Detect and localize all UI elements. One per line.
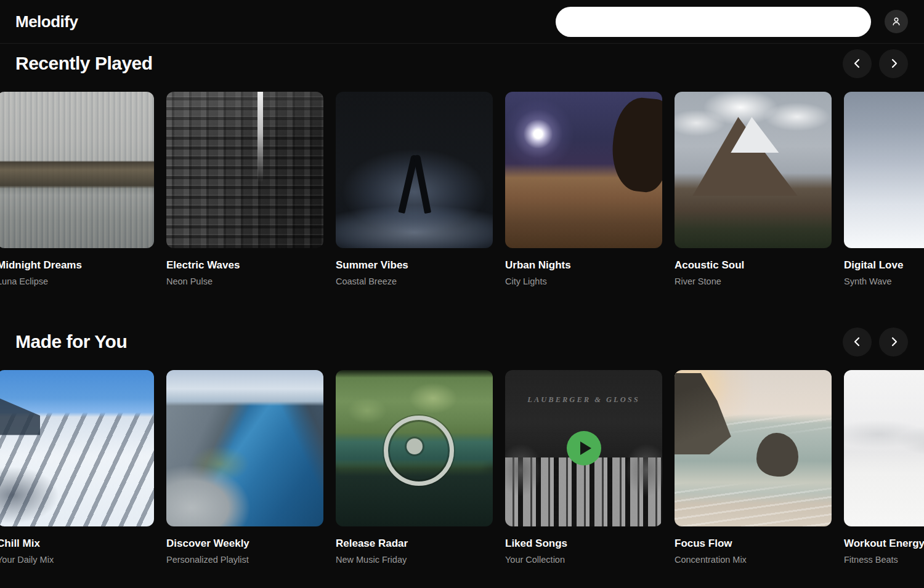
section-recently-played: Recently Played Midnight Dreams: [0, 49, 924, 286]
playlist-cover-art: LAUBERGER & GLOSS: [505, 370, 662, 526]
playlist-title: Liked Songs: [505, 538, 662, 550]
carousel-viewport: Midnight Dreams Luna Eclipse Electric Wa…: [0, 92, 924, 286]
playlist-card[interactable]: Acoustic Soul River Stone: [675, 92, 832, 286]
chevron-left-icon: [851, 336, 864, 348]
carousel-prev-button[interactable]: [843, 49, 872, 78]
carousel-controls: [843, 49, 908, 78]
playlist-cover-art: [505, 92, 662, 248]
playlist-title: Workout Energy: [844, 538, 924, 550]
playlist-title: Chill Mix: [0, 538, 154, 550]
search-input[interactable]: [556, 7, 871, 37]
playlist-subtitle: Your Daily Mix: [0, 555, 154, 565]
play-icon: [580, 441, 591, 455]
playlist-title: Digital Love: [844, 259, 924, 272]
card-track: Chill Mix Your Daily Mix Discover Weekly…: [0, 370, 924, 565]
playlist-subtitle: New Music Friday: [336, 555, 493, 565]
playlist-card[interactable]: Summer Vibes Coastal Breeze: [336, 92, 493, 286]
playlist-subtitle: River Stone: [675, 276, 832, 286]
playlist-subtitle: Personalized Playlist: [166, 555, 323, 565]
user-icon: [890, 15, 902, 28]
carousel-next-button[interactable]: [879, 49, 908, 78]
playlist-cover-art: [675, 92, 832, 248]
cover-art-text: LAUBERGER & GLOSS: [505, 395, 662, 405]
playlist-subtitle: Fitness Beats: [844, 555, 924, 565]
playlist-title: Midnight Dreams: [0, 259, 154, 272]
playlist-subtitle: Concentration Mix: [675, 555, 832, 565]
playlist-cover-art: [0, 92, 154, 248]
playlist-title: Discover Weekly: [166, 538, 323, 550]
playlist-title: Urban Nights: [505, 259, 662, 272]
card-track: Midnight Dreams Luna Eclipse Electric Wa…: [0, 92, 924, 286]
playlist-card[interactable]: Urban Nights City Lights: [505, 92, 662, 286]
playlist-cover-art: [675, 370, 832, 526]
playlist-title: Acoustic Soul: [675, 259, 832, 272]
playlist-card[interactable]: Focus Flow Concentration Mix: [675, 370, 832, 565]
main-content: Recently Played Midnight Dreams: [0, 49, 924, 565]
playlist-subtitle: Coastal Breeze: [336, 276, 493, 286]
playlist-card[interactable]: Workout Energy Fitness Beats: [844, 370, 924, 565]
play-button[interactable]: [567, 431, 601, 465]
chevron-right-icon: [888, 57, 900, 70]
playlist-cover-art: [166, 92, 323, 248]
carousel-controls: [843, 328, 908, 356]
top-bar: Melodify: [0, 0, 924, 44]
section-title: Recently Played: [15, 53, 153, 74]
app-logo[interactable]: Melodify: [15, 12, 78, 31]
playlist-card[interactable]: Midnight Dreams Luna Eclipse: [0, 92, 154, 286]
playlist-cover-art: [336, 370, 493, 526]
playlist-cover-art: [844, 92, 924, 248]
playlist-cover-art: [166, 370, 323, 526]
playlist-title: Release Radar: [336, 538, 493, 550]
playlist-cover-art: [336, 92, 493, 248]
playlist-subtitle: City Lights: [505, 276, 662, 286]
playlist-subtitle: Your Collection: [505, 555, 662, 565]
section-made-for-you: Made for You Chill Mix Your Dai: [0, 327, 924, 565]
playlist-card[interactable]: LAUBERGER & GLOSS Liked Songs Your Colle…: [505, 370, 662, 565]
playlist-subtitle: Neon Pulse: [166, 276, 323, 286]
playlist-title: Focus Flow: [675, 538, 832, 550]
playlist-title: Electric Waves: [166, 259, 323, 272]
playlist-card[interactable]: Electric Waves Neon Pulse: [166, 92, 323, 286]
playlist-cover-art: [0, 370, 154, 526]
playlist-card[interactable]: Chill Mix Your Daily Mix: [0, 370, 154, 565]
chevron-right-icon: [888, 336, 900, 348]
chevron-left-icon: [851, 57, 864, 70]
carousel-viewport: Chill Mix Your Daily Mix Discover Weekly…: [0, 370, 924, 565]
carousel-prev-button[interactable]: [843, 328, 872, 356]
playlist-card[interactable]: Release Radar New Music Friday: [336, 370, 493, 565]
section-title: Made for You: [15, 331, 127, 352]
playlist-subtitle: Synth Wave: [844, 276, 924, 286]
playlist-subtitle: Luna Eclipse: [0, 276, 154, 286]
playlist-card[interactable]: Digital Love Synth Wave: [844, 92, 924, 286]
profile-button[interactable]: [885, 10, 908, 33]
playlist-card[interactable]: Discover Weekly Personalized Playlist: [166, 370, 323, 565]
playlist-cover-art: [844, 370, 924, 526]
carousel-next-button[interactable]: [879, 328, 908, 356]
playlist-title: Summer Vibes: [336, 259, 493, 272]
